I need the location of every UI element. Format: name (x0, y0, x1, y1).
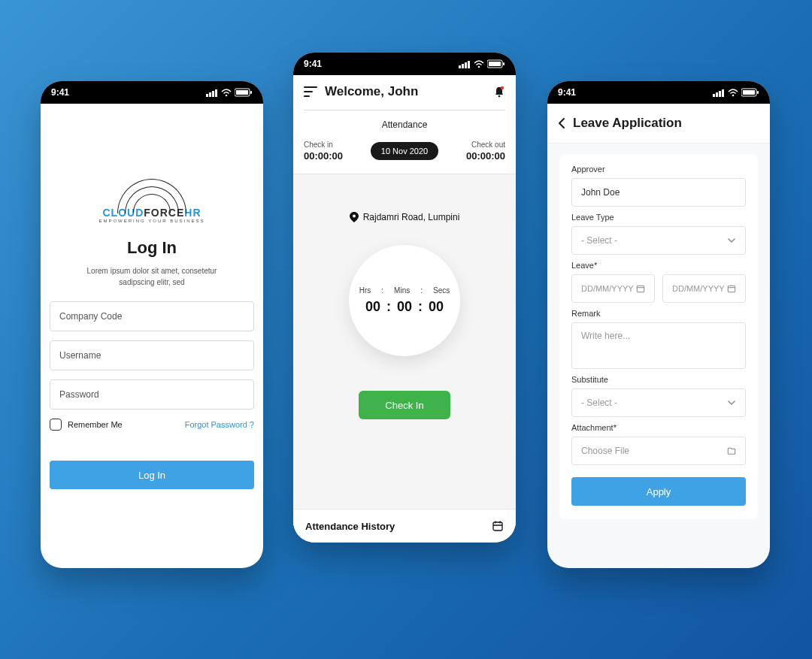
signal-icon (206, 88, 218, 97)
status-icons (206, 88, 253, 97)
calendar-icon (727, 284, 736, 293)
leave-from-date-input[interactable]: DD/MM/YYYY (571, 274, 655, 303)
leave-type-label: Leave Type (571, 213, 746, 222)
status-time: 9:41 (51, 87, 69, 98)
back-icon[interactable] (558, 117, 565, 129)
phone-attendance: 9:41 Welcome, John Attendance Check in (293, 53, 516, 543)
timer-hours: 00 (365, 299, 380, 315)
username-input[interactable] (50, 340, 254, 370)
timer-display: Hrs: Mins: Secs 00: 00: 00 (349, 245, 460, 356)
wifi-icon (221, 89, 232, 97)
attendance-section-title: Attendance (304, 119, 505, 130)
approver-input[interactable]: John Doe (571, 178, 746, 207)
status-bar: 9:41 (293, 53, 516, 75)
battery-icon (741, 88, 759, 97)
welcome-text: Welcome, John (325, 84, 486, 99)
phone-leave-application: 9:41 Leave Application Approver John Doe… (547, 81, 770, 568)
notification-bell-icon[interactable] (493, 86, 505, 98)
status-icons (713, 88, 759, 97)
checkin-value: 00:00:00 (304, 150, 343, 162)
history-label: Attendance History (305, 521, 395, 532)
status-time: 9:41 (304, 59, 322, 69)
forgot-password-link[interactable]: Forgot Password ? (185, 420, 254, 429)
substitute-select[interactable]: - Select - (571, 388, 746, 417)
apply-button[interactable]: Apply (571, 477, 746, 506)
signal-icon (459, 59, 471, 68)
app-logo: CLOUDFORCEHR EMPOWERING YOUR BUSINESS (50, 179, 254, 223)
checkout-value: 00:00:00 (466, 150, 505, 162)
remark-label: Remark (571, 309, 746, 318)
page-title: Leave Application (573, 116, 682, 131)
signal-icon (713, 88, 725, 97)
svg-point-10 (353, 215, 356, 218)
leave-to-date-input[interactable]: DD/MM/YYYY (662, 274, 746, 303)
attachment-label: Attachment* (571, 423, 746, 432)
login-button[interactable]: Log In (50, 461, 254, 489)
leave-type-select[interactable]: - Select - (571, 226, 746, 255)
wifi-icon (728, 89, 738, 97)
checkout-label: Check out (466, 141, 505, 149)
folder-icon (727, 446, 736, 455)
status-time: 9:41 (558, 87, 576, 98)
checkin-label: Check in (304, 141, 343, 149)
battery-icon (487, 59, 505, 68)
calendar-icon (636, 284, 645, 293)
login-title: Log In (50, 238, 254, 258)
phone-login: 9:41 CLOUDFORCEHR EMPOWERING YOUR BUSINE… (41, 81, 263, 568)
status-bar: 9:41 (547, 81, 770, 104)
svg-rect-15 (637, 286, 644, 292)
password-input[interactable] (50, 379, 254, 410)
chevron-down-icon (727, 236, 736, 245)
attendance-history-row[interactable]: Attendance History (293, 509, 516, 543)
status-bar: 9:41 (41, 81, 263, 104)
chevron-down-icon (727, 398, 736, 407)
approver-label: Approver (571, 165, 746, 174)
calendar-icon (492, 520, 504, 532)
svg-rect-11 (493, 522, 502, 531)
checkin-button[interactable]: Check In (359, 391, 450, 419)
substitute-label: Substitute (571, 375, 746, 384)
svg-rect-17 (728, 286, 735, 292)
wifi-icon (474, 60, 484, 68)
timer-minutes: 00 (397, 299, 412, 315)
login-description: Lorem ipsum dolor sit amet, consetetur s… (71, 265, 233, 288)
svg-point-8 (498, 95, 501, 98)
remark-textarea[interactable]: Write here... (571, 322, 746, 369)
location-pin-icon (350, 212, 359, 222)
date-badge[interactable]: 10 Nov 2020 (371, 142, 438, 160)
status-icons (459, 59, 505, 68)
timer-seconds: 00 (429, 299, 444, 315)
attachment-input[interactable]: Choose File (571, 437, 746, 465)
remember-checkbox[interactable] (50, 419, 62, 431)
battery-icon (235, 88, 253, 97)
leave-period-label: Leave* (571, 261, 746, 270)
svg-point-9 (501, 86, 504, 89)
menu-icon[interactable] (304, 86, 317, 97)
location-text: Rajdamri Road, Lumpini (363, 212, 460, 222)
company-code-input[interactable] (50, 301, 254, 331)
remember-label: Remember Me (68, 420, 123, 429)
